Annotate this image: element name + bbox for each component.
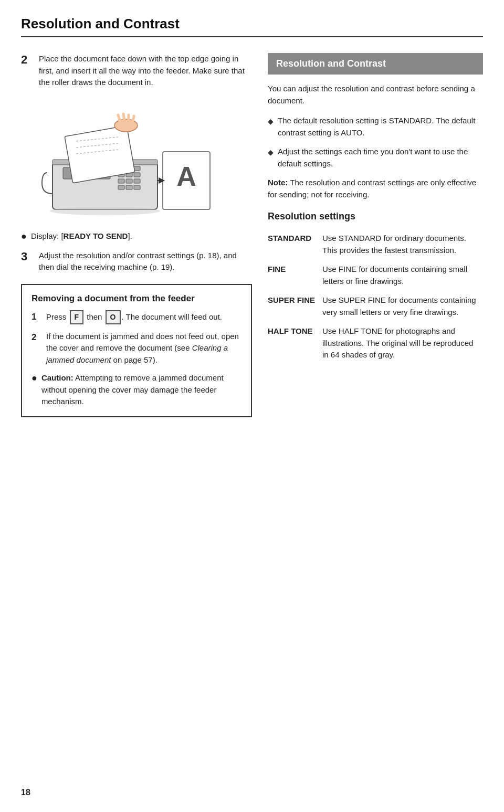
f-key-button[interactable]: F (70, 310, 84, 324)
remove-document-box: Removing a document from the feeder 1 Pr… (21, 284, 252, 417)
resolution-description: Use HALF TONE for photographs and illust… (322, 323, 483, 366)
o-key-button[interactable]: O (106, 310, 121, 324)
resolution-row: HALF TONEUse HALF TONE for photographs a… (268, 323, 483, 366)
remove-step-1-number: 1 (32, 310, 41, 324)
step-2-block: 2 Place the document face down with the … (21, 53, 252, 89)
step-3-text: Adjust the resolution and/or contrast se… (39, 250, 252, 273)
resolution-description: Use STANDARD for ordinary documents. Thi… (322, 230, 483, 261)
svg-rect-13 (134, 185, 140, 189)
remove-step-2-number: 2 (32, 331, 41, 366)
page-title: Resolution and Contrast (21, 16, 483, 37)
note-label: Note: (268, 178, 288, 187)
resolution-description: Use SUPER FINE for documents containing … (322, 292, 483, 323)
svg-rect-8 (118, 179, 124, 183)
step-3-block: 3 Adjust the resolution and/or contrast … (21, 250, 252, 273)
remove-step-1-post: . The document will feed out. (122, 312, 223, 321)
display-bullet: ● Display: [READY TO SEND]. (21, 230, 252, 242)
page-container: Resolution and Contrast 2 Place the docu… (0, 0, 504, 812)
diamond-item-1: ◆ The default resolution setting is STAN… (268, 115, 483, 139)
note-text: The resolution and contrast settings are… (268, 178, 476, 199)
svg-rect-7 (134, 173, 140, 177)
bullet-dot-1: ● (21, 230, 27, 242)
left-column: 2 Place the document face down with the … (21, 53, 252, 417)
resolution-row: SUPER FINEUse SUPER FINE for documents c… (268, 292, 483, 323)
note-block: Note: The resolution and contrast settin… (268, 177, 483, 201)
step-2-text: Place the document face down with the to… (39, 53, 252, 89)
resolution-settings-table: STANDARDUse STANDARD for ordinary docume… (268, 230, 483, 366)
svg-point-26 (50, 207, 160, 215)
display-text: Display: [READY TO SEND]. (31, 230, 132, 242)
resolution-settings-title: Resolution settings (268, 211, 483, 222)
remove-step-1-pre: Press (46, 312, 69, 321)
right-column: Resolution and Contrast You can adjust t… (268, 53, 483, 366)
svg-line-21 (123, 114, 125, 124)
diamond-icon-1: ◆ (268, 116, 274, 139)
svg-rect-10 (134, 179, 140, 183)
diamond-text-2: Adjust the settings each time you don't … (278, 146, 483, 170)
caution-text: Caution: Attempting to remove a jammed d… (41, 372, 242, 408)
svg-rect-9 (126, 179, 132, 183)
page-number: 18 (21, 788, 30, 797)
diamond-icon-2: ◆ (268, 147, 274, 170)
remove-box-title: Removing a document from the feeder (32, 293, 242, 304)
resolution-name: STANDARD (268, 230, 322, 261)
resolution-description: Use FINE for documents containing small … (322, 261, 483, 292)
remove-step-1-text: Press F then O. The document will feed o… (46, 310, 222, 324)
resolution-name: HALF TONE (268, 323, 322, 366)
resolution-row: FINEUse FINE for documents containing sm… (268, 261, 483, 292)
caution-dot: ● (32, 372, 37, 408)
resolution-row: STANDARDUse STANDARD for ordinary docume… (268, 230, 483, 261)
svg-rect-12 (126, 185, 132, 189)
resolution-name: FINE (268, 261, 322, 292)
svg-text:A: A (176, 161, 196, 192)
diamond-text-1: The default resolution setting is STANDA… (278, 115, 483, 139)
caution-bullet: ● Caution: Attempting to remove a jammed… (32, 372, 242, 408)
svg-line-23 (132, 116, 134, 125)
diamond-item-2: ◆ Adjust the settings each time you don'… (268, 146, 483, 170)
two-column-layout: 2 Place the document face down with the … (21, 53, 483, 417)
step-3-number: 3 (21, 250, 34, 273)
info-box-title: Resolution and Contrast (268, 53, 483, 75)
info-text: You can adjust the resolution and contra… (268, 83, 483, 107)
step-2-number: 2 (21, 53, 34, 89)
resolution-name: SUPER FINE (268, 292, 322, 323)
remove-step-2-text: If the document is jammed and does not f… (46, 331, 242, 366)
svg-rect-11 (118, 185, 124, 189)
fax-illustration: A (37, 99, 226, 220)
remove-step-1: 1 Press F then O. The document will feed… (32, 310, 242, 324)
remove-step-1-then: then (85, 312, 104, 321)
remove-step-2: 2 If the document is jammed and does not… (32, 331, 242, 366)
